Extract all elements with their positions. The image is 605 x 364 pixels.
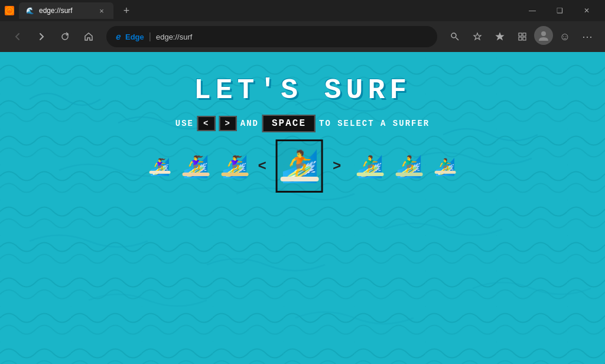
- emoji-button[interactable]: ☺: [554, 26, 575, 47]
- edge-logo: ℯ: [116, 32, 121, 41]
- instruction-rest: TO SELECT A SURFER: [319, 119, 430, 128]
- close-window-button[interactable]: ✕: [573, 0, 600, 21]
- instruction-and: AND: [240, 119, 259, 128]
- zoom-button[interactable]: [444, 26, 466, 47]
- tab-favicon: 🌊: [26, 7, 34, 15]
- window-controls: — ❑ ✕: [519, 0, 600, 21]
- surfer-3-board: [222, 173, 249, 176]
- instruction-use: USE: [175, 119, 194, 128]
- svg-point-7: [541, 31, 546, 36]
- instruction-text: USE < > AND SPACE TO SELECT A SURFER: [175, 115, 430, 132]
- surfer-3: 🏄‍♀️: [222, 156, 249, 176]
- svg-rect-5: [519, 37, 522, 40]
- browser-tab[interactable]: 🌊 edge://surf ×: [19, 2, 113, 19]
- svg-point-1: [451, 33, 456, 38]
- tab-label: edge://surf: [39, 6, 73, 15]
- address-separator: |: [149, 31, 151, 42]
- svg-rect-6: [523, 37, 526, 40]
- surfer-5: 🏄‍♂️: [356, 156, 383, 176]
- collections-button[interactable]: [512, 26, 533, 47]
- edge-label: Edge: [125, 32, 144, 41]
- back-button[interactable]: [7, 26, 28, 47]
- surfer-6-board: [395, 173, 422, 176]
- left-nav-arrow[interactable]: <: [258, 158, 266, 174]
- restore-button[interactable]: ❑: [546, 0, 573, 21]
- toolbar-icons: ☺ ⋯: [444, 26, 598, 47]
- right-arrow-key: >: [219, 116, 236, 131]
- new-tab-button[interactable]: +: [118, 2, 135, 19]
- tab-close-button[interactable]: ×: [97, 6, 106, 15]
- more-button[interactable]: ⋯: [577, 26, 598, 47]
- minimize-button[interactable]: —: [519, 0, 546, 21]
- reload-button[interactable]: [54, 26, 76, 47]
- title-bar: 🌊 edge://surf × + — ❑ ✕: [0, 0, 605, 21]
- home-button[interactable]: [78, 26, 99, 47]
- game-area: LET'S SURF USE < > AND SPACE TO SELECT A…: [0, 52, 605, 364]
- svg-rect-3: [519, 33, 522, 36]
- user-avatar[interactable]: [534, 26, 553, 45]
- surfer-7-board: [434, 171, 456, 174]
- selected-surfer-box: 🏄: [276, 139, 323, 193]
- address-bar[interactable]: ℯ Edge | edge://surf: [106, 26, 437, 47]
- surfer-5-board: [356, 173, 383, 176]
- svg-rect-4: [523, 33, 526, 36]
- surfer-1: 🏄‍♀️: [149, 159, 171, 174]
- space-key: SPACE: [262, 115, 315, 132]
- surfer-7: 🏄‍♂️: [434, 159, 456, 174]
- left-arrow-key: <: [197, 116, 215, 131]
- game-title: LET'S SURF: [194, 74, 411, 106]
- svg-line-2: [456, 38, 459, 41]
- surfer-6: 🏄‍♂️: [395, 156, 422, 176]
- surfer-selection-row: 🏄‍♀️ 🏄‍♀️ 🏄‍♀️ < 🏄 > 🏄‍♂️: [149, 139, 456, 193]
- forward-button[interactable]: [31, 26, 52, 47]
- navigation-bar: ℯ Edge | edge://surf ☺ ⋯: [0, 21, 605, 52]
- surfer-1-board: [149, 171, 171, 174]
- right-nav-arrow[interactable]: >: [333, 158, 341, 174]
- window-icon: [5, 6, 14, 15]
- surfer-2: 🏄‍♀️: [183, 156, 210, 176]
- surfer-4-board: [281, 177, 319, 181]
- favorites-button[interactable]: [489, 26, 510, 47]
- surfer-2-board: [183, 173, 210, 176]
- surfer-4-selected: 🏄: [281, 151, 319, 181]
- favorite-button[interactable]: [467, 26, 488, 47]
- url-display: edge://surf: [156, 32, 192, 41]
